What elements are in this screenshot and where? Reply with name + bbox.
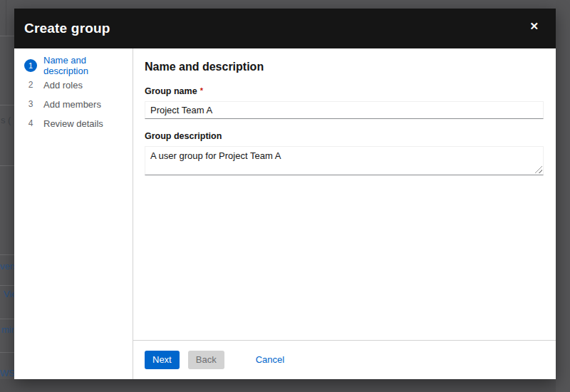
backdrop-row-line: [0, 254, 14, 255]
wizard-step-add-roles[interactable]: 2 Add roles: [24, 78, 133, 91]
step-number: 3: [24, 98, 37, 110]
step-label: Add roles: [43, 80, 83, 91]
step-heading: Name and description: [145, 61, 544, 73]
step-number: 4: [24, 117, 37, 130]
group-description-wrap: A user group for Project Team A: [145, 146, 544, 175]
group-description-label: Group description: [145, 131, 544, 141]
step-label: Add members: [43, 99, 101, 110]
backdrop-row-line: [0, 352, 14, 353]
wizard-footer: Next Back Cancel: [133, 340, 556, 379]
step-number: 2: [24, 78, 37, 91]
wizard-step-add-members[interactable]: 3 Add members: [24, 98, 133, 110]
backdrop-right: [556, 0, 570, 392]
resize-grip-icon[interactable]: [535, 166, 542, 173]
step-label: Name and description: [43, 55, 133, 76]
wizard-content-column: Name and description Group name * Group …: [133, 48, 556, 379]
wizard-step-review-details[interactable]: 4 Review details: [24, 117, 133, 130]
group-name-label: Group name *: [145, 86, 544, 96]
group-description-textarea[interactable]: A user group for Project Team A: [145, 146, 544, 175]
step-number-badge: 1: [24, 59, 37, 72]
backdrop-row-line: [0, 105, 14, 105]
backdrop-row-line: [0, 319, 14, 319]
backdrop-text-fragment: s (: [1, 115, 11, 125]
required-asterisk: *: [200, 86, 203, 96]
backdrop-bottom: [0, 379, 570, 392]
create-group-modal: Create group ✕ 1 Name and description 2 …: [14, 9, 556, 379]
backdrop-row-line: [0, 36, 14, 36]
modal-title: Create group: [24, 21, 110, 36]
group-name-input[interactable]: [145, 101, 544, 119]
cancel-button[interactable]: Cancel: [254, 351, 286, 370]
close-icon: ✕: [529, 20, 539, 32]
backdrop-divider: [6, 0, 6, 36]
backdrop-row-line: [0, 285, 14, 286]
backdrop-row-line: [0, 165, 14, 166]
close-button[interactable]: ✕: [527, 18, 542, 34]
wizard-nav: 1 Name and description 2 Add roles 3 Add…: [14, 48, 133, 379]
step-label: Review details: [43, 118, 103, 129]
modal-body: 1 Name and description 2 Add roles 3 Add…: [14, 48, 556, 379]
wizard-step-name-and-description[interactable]: 1 Name and description: [24, 59, 133, 72]
modal-header: Create group ✕: [14, 9, 556, 48]
wizard-step-content: Name and description Group name * Group …: [133, 48, 556, 340]
back-button[interactable]: Back: [188, 351, 224, 370]
next-button[interactable]: Next: [145, 351, 180, 370]
